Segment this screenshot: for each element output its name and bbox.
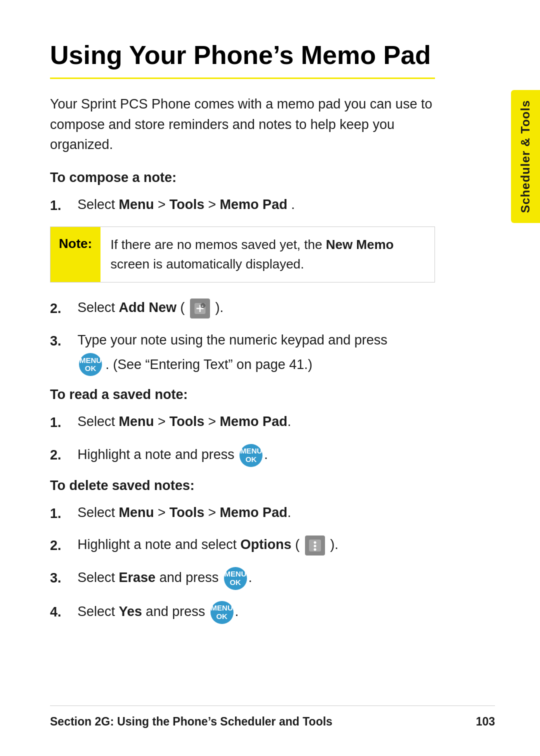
delete-step-number-1: 1. [50,502,78,524]
svg-point-7 [314,544,316,547]
delete-step-content-3: Select Erase and press MENUOK . [78,567,435,590]
delete-step-number-2: 2. [50,534,78,556]
svg-text:+: + [202,304,204,308]
menu-ok-icon-2: MENUOK [240,444,262,467]
delete-step-number-4: 4. [50,601,78,622]
footer-left: Section 2G: Using the Phone’s Scheduler … [50,715,332,728]
page-footer: Section 2G: Using the Phone’s Scheduler … [50,706,495,728]
read-step-2: 2. Highlight a note and press MENUOK . [50,444,435,467]
read-step-number-1: 1. [50,412,78,433]
delete-step-2: 2. Highlight a note and select Options (… [50,534,435,556]
menu-ok-icon-3: MENUOK [224,567,247,590]
step-item-3: 3. Type your note using the numeric keyp… [50,330,435,376]
read-step-content-1: Select Menu > Tools > Memo Pad. [78,412,435,432]
delete-step-1: 1. Select Menu > Tools > Memo Pad. [50,502,435,524]
compose-steps-2: 2. Select Add New ( + ). 3. Type yo [50,298,435,376]
note-label: Note: [50,227,100,282]
menu-ok-icon-4: MENUOK [210,601,234,624]
delete-step-number-3: 3. [50,567,78,588]
delete-step-content-2: Highlight a note and select Options ( ). [78,534,435,556]
section-heading-read: To read a saved note: [50,387,435,402]
delete-step-3: 3. Select Erase and press MENUOK . [50,567,435,590]
step-number-2: 2. [50,298,78,319]
section-heading-compose: To compose a note: [50,170,435,186]
read-steps: 1. Select Menu > Tools > Memo Pad. 2. Hi… [50,412,435,467]
page-title: Using Your Phone’s Memo Pad [50,40,435,79]
step-item: 1. Select Menu > Tools > Memo Pad . [50,194,435,216]
delete-step-content-4: Select Yes and press MENUOK . [78,601,435,624]
svg-point-8 [314,548,316,550]
read-step-1: 1. Select Menu > Tools > Memo Pad. [50,412,435,433]
step-content-2: Select Add New ( + ). [78,298,435,318]
note-content: If there are no memos saved yet, the New… [100,227,434,282]
svg-point-6 [314,541,316,544]
delete-step-content-1: Select Menu > Tools > Memo Pad. [78,502,435,523]
compose-steps: 1. Select Menu > Tools > Memo Pad . [50,194,435,216]
footer-page-number: 103 [476,715,495,728]
step-item-2: 2. Select Add New ( + ). [50,298,435,319]
read-step-number-2: 2. [50,444,78,466]
step-content: Select Menu > Tools > Memo Pad . [78,194,435,215]
delete-steps: 1. Select Menu > Tools > Memo Pad. 2. Hi… [50,502,435,624]
step-number-3: 3. [50,330,78,352]
intro-paragraph: Your Sprint PCS Phone comes with a memo … [50,94,435,155]
delete-step-4: 4. Select Yes and press MENUOK . [50,601,435,624]
read-step-content-2: Highlight a note and press MENUOK . [78,444,435,467]
side-tab: Scheduler & Tools [511,90,540,223]
menu-ok-icon-1: MENUOK [79,353,102,376]
section-heading-delete: To delete saved notes: [50,478,435,494]
note-box: Note: If there are no memos saved yet, t… [50,226,435,282]
step-content-3: Type your note using the numeric keypad … [78,330,435,376]
side-tab-label: Scheduler & Tools [518,100,532,213]
step-number: 1. [50,194,78,216]
options-icon [305,536,325,556]
add-new-icon: + [190,298,210,318]
